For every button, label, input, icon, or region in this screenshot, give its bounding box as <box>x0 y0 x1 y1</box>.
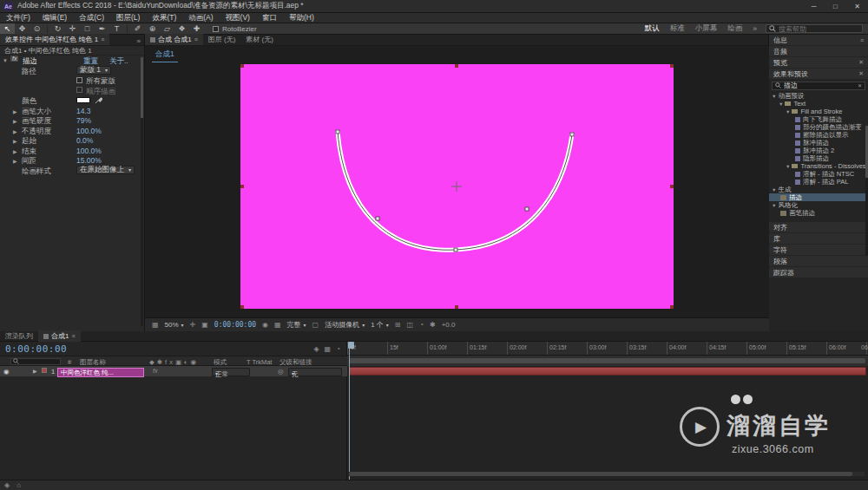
menu-animation[interactable]: 动画(A) <box>182 13 219 23</box>
maximize-button[interactable]: □ <box>825 3 846 10</box>
tree-preset[interactable]: 向下飞舞描边 <box>769 115 868 123</box>
workspace-small-screen[interactable]: 小屏幕 <box>690 23 723 34</box>
pen-tool-icon[interactable]: ✒ <box>95 23 109 35</box>
tree-preset[interactable]: 溶解 - 描边 PAL <box>769 178 868 186</box>
opacity-value[interactable]: 100.0% <box>76 127 102 135</box>
resolution-select[interactable]: 完整 ▾ <box>287 320 306 330</box>
menu-help[interactable]: 帮助(H) <box>283 13 320 23</box>
brush-tool-icon[interactable]: ✐ <box>130 23 145 35</box>
workspace-default[interactable]: 默认 <box>640 23 665 34</box>
column-trkmat[interactable]: T TrkMat <box>247 358 272 366</box>
path-select[interactable]: 蒙版 1 ▾ <box>76 66 111 75</box>
camera-select[interactable]: 活动摄像机 ▾ <box>325 320 365 330</box>
panel-align[interactable]: 对齐 <box>769 222 868 232</box>
mini-timeline-icon[interactable]: ◔ <box>419 321 424 329</box>
brush-hardness-value[interactable]: 79% <box>76 116 91 125</box>
puppet-pin-tool-icon[interactable]: ✚ <box>189 23 204 35</box>
tree-section-generate[interactable]: ▼ 生成 <box>769 186 868 193</box>
menu-composition[interactable]: 合成(C) <box>73 13 110 23</box>
twirl-open-icon[interactable]: ▼ <box>772 203 776 208</box>
pixel-aspect-icon[interactable]: ⊞ <box>395 321 401 329</box>
rotobezier-checkbox[interactable] <box>213 26 219 32</box>
timeline-track-area[interactable]: 0f 15f 01:00f 01:15f 02:00f 02:15f 03:00… <box>347 342 868 480</box>
status-bar-icon[interactable]: ◈ <box>4 481 10 489</box>
panel-menu-icon[interactable]: ≡ <box>194 36 198 42</box>
twirl-closed-icon[interactable]: ▶ <box>13 158 17 164</box>
menu-view[interactable]: 视图(V) <box>220 13 256 23</box>
tab-timeline-comp1[interactable]: 合成1 ≡ <box>38 330 81 342</box>
show-snapshot-icon[interactable]: ▦ <box>274 321 281 329</box>
twirl-open-icon[interactable]: ▼ <box>779 101 783 107</box>
layer-name-field[interactable]: 中间色洋红色 纯... <box>57 368 144 377</box>
layer-duration-bar[interactable] <box>349 367 866 376</box>
frame-blending-icon[interactable]: ◔ <box>336 345 340 353</box>
menu-layer[interactable]: 图层(L) <box>110 13 146 23</box>
panel-character[interactable]: 字符 <box>769 245 868 255</box>
clear-search-icon[interactable]: ✕ <box>858 82 862 88</box>
comp-mini-flowchart-icon[interactable]: ◈ <box>313 345 319 353</box>
timeline-search[interactable] <box>10 358 61 365</box>
menu-file[interactable]: 文件(F) <box>0 13 36 23</box>
effect-panel-scrollbar[interactable] <box>141 57 143 326</box>
label-color-chip[interactable] <box>42 368 47 373</box>
mask-visibility-icon[interactable]: ▣ <box>201 321 208 329</box>
minimize-button[interactable]: ─ <box>803 3 825 10</box>
time-ruler[interactable]: 0f 15f 01:00f 01:15f 02:00f 02:15f 03:00… <box>347 342 868 356</box>
current-time-display[interactable]: 0:00:00:00 <box>214 321 256 329</box>
panel-audio[interactable]: 音频 <box>769 46 868 56</box>
close-button[interactable]: ✕ <box>846 3 868 10</box>
fx-badge-icon[interactable]: fx <box>10 56 18 62</box>
pickwhip-icon[interactable]: ◎ <box>278 368 284 376</box>
timeline-current-time[interactable]: 0:00:00:00 <box>5 343 67 355</box>
clone-stamp-tool-icon[interactable]: ⊕ <box>145 23 160 35</box>
twirl-closed-icon[interactable]: ▶ <box>13 118 17 124</box>
panel-effects-presets[interactable]: 效果和预设 ✕ <box>769 69 868 79</box>
draft-3d-icon[interactable]: ▦ <box>325 345 332 353</box>
menu-edit[interactable]: 编辑(E) <box>36 13 73 23</box>
current-time-indicator-line[interactable] <box>349 342 350 480</box>
help-search-input[interactable] <box>779 25 859 33</box>
mask-shape-tool-icon[interactable]: □ <box>80 23 95 35</box>
comp-flowchart-icon[interactable]: ✱ <box>430 321 436 329</box>
workspace-standard[interactable]: 标准 <box>665 23 690 34</box>
stroke-sequentially-checkbox[interactable] <box>76 87 82 93</box>
tab-overflow-icon[interactable]: » <box>134 37 144 45</box>
menu-effect[interactable]: 效果(T) <box>146 13 182 23</box>
status-bar-icon[interactable]: ⌂ <box>16 481 21 489</box>
tree-preset[interactable]: 隐形描边 <box>769 154 868 162</box>
panel-paragraph[interactable]: 段落 <box>769 256 868 266</box>
help-search[interactable] <box>766 24 863 33</box>
twirl-open-icon[interactable]: ▼ <box>786 109 790 114</box>
tree-preset[interactable]: 脉冲描边 2 <box>769 147 868 154</box>
tree-preset[interactable]: 溶解 - 描边 NTSC <box>769 170 868 178</box>
tree-folder-transitions-dissolves[interactable]: ▼ Transitions - Dissolves <box>769 162 868 170</box>
current-time-indicator-head[interactable] <box>348 342 354 349</box>
tree-preset[interactable]: 部分的颜色描边渐变 <box>769 123 868 131</box>
twirl-closed-icon[interactable]: ▶ <box>13 148 17 154</box>
layer-twirl-icon[interactable]: ▶ <box>33 368 37 374</box>
tab-footage[interactable]: 素材 (无) <box>240 34 279 45</box>
close-icon[interactable]: ✕ <box>858 70 864 77</box>
region-of-interest-icon[interactable]: ▢ <box>312 321 319 329</box>
all-masks-checkbox[interactable] <box>76 77 82 83</box>
spacing-value[interactable]: 15.00% <box>76 156 102 165</box>
layer-anchor-point[interactable] <box>451 181 462 192</box>
color-swatch[interactable] <box>76 97 90 103</box>
timeline-search-input[interactable] <box>21 358 58 364</box>
twirl-closed-icon[interactable]: ▶ <box>13 138 17 144</box>
effect-twirl-icon[interactable]: ▼ <box>3 58 8 63</box>
composition-viewer[interactable]: 合成1 <box>145 46 769 317</box>
twirl-closed-icon[interactable]: ▶ <box>13 128 17 134</box>
start-value[interactable]: 0.0% <box>76 136 93 145</box>
roto-brush-tool-icon[interactable]: ❖ <box>174 23 189 35</box>
tab-effect-controls[interactable]: 效果控件 中间色洋红色 纯色 1 ≡ <box>0 34 109 45</box>
composition-canvas[interactable] <box>240 64 674 309</box>
tree-folder-text[interactable]: ▼ Text <box>769 100 868 108</box>
twirl-open-icon[interactable]: ▼ <box>786 164 790 169</box>
workspace-paint[interactable]: 绘画 <box>722 23 747 34</box>
channel-icon[interactable]: ▦ <box>152 321 159 329</box>
twirl-open-icon[interactable]: ▼ <box>772 94 776 99</box>
mask-vertices[interactable] <box>336 130 574 252</box>
hand-tool-icon[interactable]: ✥ <box>15 23 30 35</box>
grid-guides-icon[interactable]: ✛ <box>190 321 196 329</box>
